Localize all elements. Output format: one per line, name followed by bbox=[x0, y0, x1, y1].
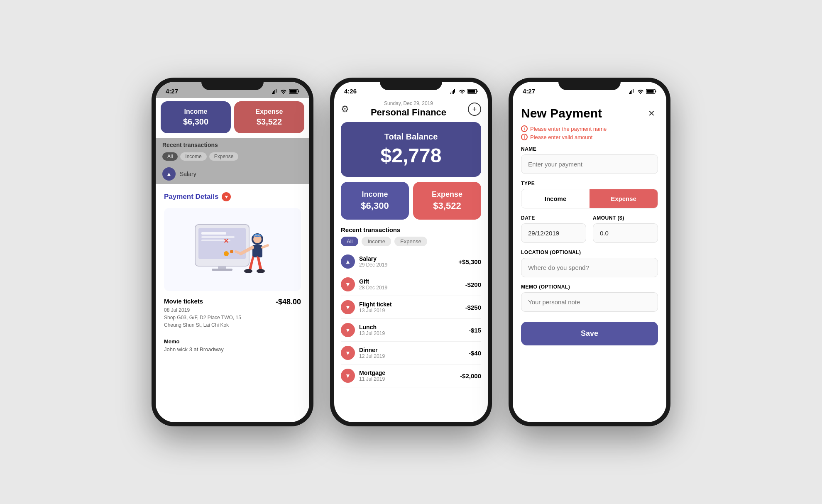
svg-text:✕: ✕ bbox=[223, 237, 229, 245]
name-input[interactable] bbox=[521, 154, 658, 174]
income-summary-card: Income $6,300 bbox=[341, 182, 409, 220]
svg-rect-19 bbox=[468, 90, 475, 93]
transaction-date: 08 Jul 2019 bbox=[164, 306, 241, 314]
expense-amount: $3,522 bbox=[420, 201, 475, 211]
phone2-notch bbox=[380, 78, 442, 90]
txn-flight-info: Flight ticket 13 Jul 2019 bbox=[359, 301, 465, 313]
svg-rect-20 bbox=[477, 91, 478, 92]
salary-name: Salary bbox=[180, 171, 196, 177]
phone3: 4:27 New Payment ✕ i Please enter the pa… bbox=[509, 78, 670, 426]
txn-salary[interactable]: ▲ Salary 29 Dec 2019 +$5,300 bbox=[341, 250, 481, 273]
expense-summary-card: Expense $3,522 bbox=[413, 182, 481, 220]
validation-msg-amount: i Please enter valid amount bbox=[521, 134, 658, 140]
txn-flight-icon: ▼ bbox=[341, 300, 355, 314]
filter-expense-tab[interactable]: Expense bbox=[394, 237, 427, 246]
svg-point-15 bbox=[244, 269, 252, 273]
txn-lunch-info: Lunch 13 Jul 2019 bbox=[359, 324, 469, 336]
transaction-address: Shop G03, G/F, D2 Place TWO, 15 Cheung S… bbox=[164, 314, 241, 329]
new-payment-content: New Payment ✕ i Please enter the payment… bbox=[513, 98, 666, 358]
phone3-notch bbox=[558, 78, 621, 90]
memo-section: MEMO (OPTIONAL) bbox=[521, 284, 658, 312]
gear-button[interactable]: ⚙ bbox=[341, 104, 349, 115]
phone3-status-time: 4:27 bbox=[523, 88, 535, 95]
transaction-amount: -$48.00 bbox=[276, 298, 301, 306]
txn-mortgage[interactable]: ▼ Mortgage 11 Jul 2019 -$2,000 bbox=[341, 365, 481, 387]
phone1-status-icons bbox=[272, 89, 299, 94]
svg-point-10 bbox=[230, 250, 233, 253]
recent-section: Recent transactions All Income Expense ▲… bbox=[341, 226, 481, 387]
memo-label: MEMO (OPTIONAL) bbox=[521, 284, 658, 290]
transaction-name: Movie tickets bbox=[164, 298, 241, 305]
add-payment-button[interactable]: + bbox=[468, 103, 481, 116]
name-label: NAME bbox=[521, 146, 658, 152]
svg-rect-2 bbox=[298, 91, 299, 92]
txn-mortgage-icon: ▼ bbox=[341, 369, 355, 383]
location-input[interactable] bbox=[521, 258, 658, 277]
txn-gift-icon: ▼ bbox=[341, 277, 355, 291]
divider1 bbox=[164, 334, 301, 334]
amount-section: AMOUNT ($) 0.0 bbox=[593, 215, 658, 243]
new-payment-title: New Payment bbox=[521, 106, 602, 120]
phone2-status-icons bbox=[450, 89, 478, 94]
transaction-info: Movie tickets 08 Jul 2019 Shop G03, G/F,… bbox=[164, 298, 301, 329]
memo-text: John wick 3 at Broadway bbox=[164, 346, 301, 352]
txn-dinner-icon: ▼ bbox=[341, 346, 355, 360]
filter-all-tab[interactable]: All bbox=[341, 237, 358, 246]
income-label: Income bbox=[347, 190, 402, 199]
income-type-button[interactable]: Income bbox=[521, 189, 590, 208]
svg-point-9 bbox=[224, 251, 229, 256]
save-button[interactable]: Save bbox=[521, 322, 658, 345]
svg-rect-23 bbox=[656, 91, 656, 92]
svg-rect-12 bbox=[212, 269, 232, 271]
summary-cards: Income $6,300 Expense $3,522 bbox=[341, 182, 481, 220]
total-balance-amount: $2,778 bbox=[351, 144, 471, 167]
payment-illustration: ✕ bbox=[164, 208, 301, 291]
svg-rect-22 bbox=[647, 90, 654, 93]
filter-expense[interactable]: Expense bbox=[209, 152, 239, 161]
total-balance-card: Total Balance $2,778 bbox=[341, 122, 481, 177]
phone1: 4:27 Income $6,300 Expense $3,522 Recent… bbox=[152, 78, 313, 426]
pf-header: ⚙ Sunday, Dec 29, 2019 Personal Finance … bbox=[334, 98, 488, 122]
salary-icon: ▲ bbox=[162, 167, 176, 181]
svg-rect-5 bbox=[201, 232, 226, 235]
phone2: 4:26 ⚙ Sunday, Dec 29, 2019 Personal Fin… bbox=[330, 78, 492, 426]
svg-point-16 bbox=[257, 269, 265, 273]
pf-date: Sunday, Dec 29, 2019 bbox=[371, 100, 446, 106]
amount-value[interactable]: 0.0 bbox=[593, 223, 658, 243]
txn-gift-info: Gift 28 Dec 2019 bbox=[359, 278, 465, 291]
svg-rect-1 bbox=[290, 90, 297, 93]
txn-mortgage-info: Mortgage 11 Jul 2019 bbox=[359, 369, 460, 382]
income-amount: $6,300 bbox=[347, 201, 402, 211]
phone3-status-icons bbox=[629, 89, 656, 94]
heart-icon: ♥ bbox=[222, 192, 231, 201]
filter-income[interactable]: Income bbox=[180, 152, 206, 161]
filter-tabs: All Income Expense bbox=[156, 151, 309, 164]
phone1-notch bbox=[201, 78, 264, 90]
txn-dinner[interactable]: ▼ Dinner 12 Jul 2019 -$40 bbox=[341, 342, 481, 365]
validation-icon-2: i bbox=[521, 134, 528, 140]
date-label: DATE bbox=[521, 215, 586, 221]
filter-all[interactable]: All bbox=[162, 152, 178, 161]
expense-type-button[interactable]: Expense bbox=[590, 189, 658, 208]
filter-row: All Income Expense bbox=[341, 237, 481, 246]
txn-lunch[interactable]: ▼ Lunch 13 Jul 2019 -$15 bbox=[341, 319, 481, 342]
txn-salary-icon: ▲ bbox=[341, 254, 355, 269]
payment-details-header: Payment Details ♥ bbox=[164, 192, 301, 201]
expense-label: Expense bbox=[420, 190, 475, 199]
type-section: TYPE Income Expense bbox=[521, 181, 658, 208]
txn-gift[interactable]: ▼ Gift 28 Dec 2019 -$200 bbox=[341, 273, 481, 296]
close-button[interactable]: ✕ bbox=[645, 107, 658, 120]
phone1-status-time: 4:27 bbox=[166, 88, 178, 95]
memo-label: Memo bbox=[164, 338, 301, 345]
location-label: LOCATION (OPTIONAL) bbox=[521, 250, 658, 255]
payment-details-card: Payment Details ♥ ✕ bbox=[156, 184, 309, 416]
date-section: DATE 29/12/2019 bbox=[521, 215, 586, 243]
type-label: TYPE bbox=[521, 181, 658, 186]
filter-income-tab[interactable]: Income bbox=[362, 237, 391, 246]
validation-msg-name: i Please enter the payment name bbox=[521, 125, 658, 132]
name-section: NAME bbox=[521, 146, 658, 174]
date-value[interactable]: 29/12/2019 bbox=[521, 223, 586, 243]
memo-input[interactable] bbox=[521, 292, 658, 312]
location-section: LOCATION (OPTIONAL) bbox=[521, 250, 658, 277]
txn-flight[interactable]: ▼ Flight ticket 13 Jul 2019 -$250 bbox=[341, 296, 481, 319]
